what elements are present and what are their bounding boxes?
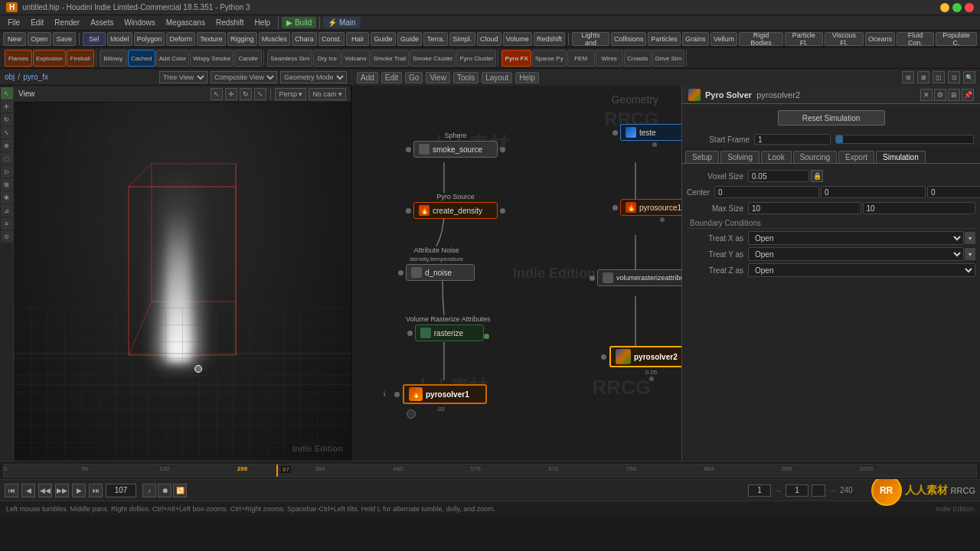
vp-tb-rot[interactable]: ↻ xyxy=(240,88,252,100)
frame-slider-mini[interactable] xyxy=(812,484,825,497)
menu-windows[interactable]: Windows xyxy=(119,17,160,28)
add-color-button[interactable]: Add Color xyxy=(156,50,190,67)
vp-tb-select[interactable]: ↖ xyxy=(211,88,223,100)
node-canvas[interactable]: 人人素材 RRCG 人人素材 RRCG Indie Edition Geomet… xyxy=(352,86,980,461)
drive-sim-button[interactable]: Drive Sim xyxy=(652,50,685,67)
ne-zoom-btn[interactable]: 🔍 xyxy=(963,71,975,83)
billowy-smoke-button[interactable]: BillowySmoke xyxy=(100,50,127,67)
timeline-track[interactable]: 0 96 192 288 384 480 576 672 768 864 960… xyxy=(3,464,977,478)
props-close-btn[interactable]: ✕ xyxy=(920,89,933,101)
obj-link[interactable]: obj xyxy=(5,73,15,81)
ne-icon-btn2[interactable]: ⊠ xyxy=(917,71,929,83)
ne-layout-btn[interactable]: Layout xyxy=(482,72,512,83)
open-button[interactable]: Open xyxy=(28,32,51,46)
node-box-create-density[interactable]: 🔥 create_density xyxy=(413,202,498,219)
node-box-teste[interactable]: teste xyxy=(620,124,689,141)
ne-tools-btn[interactable]: Tools xyxy=(453,72,479,83)
maximize-button[interactable] xyxy=(952,3,962,12)
pyro-fx-button[interactable]: Pyro FX xyxy=(501,50,531,67)
volcano-button[interactable]: Volcano xyxy=(341,50,369,67)
node-smoke-source[interactable]: Sphere smoke_source xyxy=(406,132,505,158)
node-box-rasterize[interactable]: rasterize xyxy=(415,324,484,341)
candle-button[interactable]: Candle xyxy=(234,50,262,67)
props-pin-btn[interactable]: 📌 xyxy=(962,89,974,101)
select-button[interactable]: Sel xyxy=(83,32,106,46)
particles-button[interactable]: Particles xyxy=(648,32,680,46)
deform-button[interactable]: Deform xyxy=(166,32,195,46)
menu-edit[interactable]: Edit xyxy=(26,17,48,28)
vp-tb-camera[interactable]: Persp ▾ xyxy=(275,88,306,100)
ne-icon-btn4[interactable]: ⊡ xyxy=(948,71,960,83)
guide2-button[interactable]: Guide xyxy=(397,32,423,46)
const-button[interactable]: Const. xyxy=(318,32,345,46)
tab-look[interactable]: Look xyxy=(761,151,792,163)
menu-build[interactable]: ▶ Build xyxy=(282,17,316,28)
rigging-button[interactable]: Rigging xyxy=(227,32,257,46)
explosion-button[interactable]: Explosion xyxy=(33,50,66,67)
skip-start-btn[interactable]: ⏮ xyxy=(5,484,18,497)
particlefl-button[interactable]: Particle Fl. xyxy=(785,32,823,46)
viewport-canvas[interactable]: 人人素材 RRCG 人人素材 xyxy=(14,103,351,461)
menu-render[interactable]: Render xyxy=(50,17,84,28)
tab-setup[interactable]: Setup xyxy=(685,151,719,163)
guide-button[interactable]: Guide xyxy=(371,32,396,46)
side-scale-btn[interactable]: ⤡ xyxy=(1,126,13,139)
simpl-button[interactable]: Simpl. xyxy=(449,32,475,46)
node-box-pyrosolver1[interactable]: 🔥 pyrosolver1 xyxy=(403,384,487,404)
menu-help[interactable]: Help xyxy=(250,17,276,28)
ne-icon-btn1[interactable]: ⊞ xyxy=(902,71,914,83)
view-mode-select[interactable]: Tree View xyxy=(159,71,207,83)
redshift-button[interactable]: Redshift xyxy=(534,32,565,46)
play-fwd-btn[interactable]: ▶▶ xyxy=(55,484,69,497)
hair-button[interactable]: Hair xyxy=(346,32,369,46)
chara-button[interactable]: Chara xyxy=(292,32,317,46)
side-move-btn[interactable]: ✛ xyxy=(1,100,13,112)
flames-button[interactable]: Flames xyxy=(5,50,32,67)
props-settings-btn[interactable]: ⚙ xyxy=(934,89,946,101)
side-btn6[interactable]: ▷ xyxy=(1,165,13,178)
center-y-input[interactable] xyxy=(821,186,926,198)
fem-button[interactable]: FEM xyxy=(567,50,595,67)
side-rotate-btn[interactable]: ↻ xyxy=(1,113,13,126)
side-btn9[interactable]: ⊿ xyxy=(1,204,13,217)
tab-sourcing[interactable]: Sourcing xyxy=(793,151,837,163)
tab-solving[interactable]: Solving xyxy=(720,151,760,163)
pyro-fx-link[interactable]: pyro_fx xyxy=(23,73,48,81)
node-create-density[interactable]: Pyro Source 🔥 create_density xyxy=(406,193,505,219)
start-frame-input[interactable]: 1 xyxy=(754,134,831,145)
sparse-py-button[interactable]: Sparse Py xyxy=(532,50,567,67)
start-frame-ctrl[interactable] xyxy=(748,484,771,497)
smoke-cluster-button[interactable]: Smoke Cluster xyxy=(410,50,456,67)
next-frame-btn[interactable]: ▶ xyxy=(72,484,86,497)
rigidbodies-button[interactable]: Rigid Bodies xyxy=(739,32,783,46)
new-button[interactable]: New xyxy=(3,32,26,46)
ne-edit-btn[interactable]: Edit xyxy=(381,72,402,83)
treat-z-select[interactable]: Open xyxy=(748,263,975,277)
fireball-button[interactable]: Fireball xyxy=(67,50,94,67)
ne-icon-btn3[interactable]: ◫ xyxy=(933,71,945,83)
node-d-noise[interactable]: Attribute Noise density,temperature d_no… xyxy=(398,246,475,281)
vp-tb-nocam[interactable]: No cam ▾ xyxy=(309,88,346,100)
audio-btn[interactable]: ♪ xyxy=(142,484,156,497)
crowds-button[interactable]: Crowds xyxy=(624,50,652,67)
vp-tb-scale[interactable]: ⤡ xyxy=(254,88,266,100)
wires-button[interactable]: Wires xyxy=(596,50,623,67)
side-select-btn[interactable]: ↖ xyxy=(1,87,13,99)
wispy-smoke-button[interactable]: Wispy Smoke xyxy=(190,50,234,67)
menu-file[interactable]: File xyxy=(3,17,24,28)
ne-view-btn[interactable]: View xyxy=(426,72,450,83)
node-box-d-noise[interactable]: d_noise xyxy=(406,264,475,281)
start-frame-slider-track[interactable] xyxy=(835,135,974,144)
dry-ice-button[interactable]: Dry Ice xyxy=(313,50,341,67)
side-btn10[interactable]: ≡ xyxy=(1,217,13,230)
menu-assets[interactable]: Assets xyxy=(86,17,118,28)
close-button[interactable] xyxy=(965,3,974,12)
node-rasterize[interactable]: Volume Rasterize Attributes rasterize xyxy=(406,315,491,341)
treat-x-select[interactable]: Open Closed Periodic xyxy=(748,231,964,245)
side-xform-btn[interactable]: ⊕ xyxy=(1,139,13,152)
reset-simulation-button[interactable]: Reset Simulation xyxy=(778,110,885,126)
cloud-button[interactable]: Cloud xyxy=(477,32,501,46)
muscles-button[interactable]: Muscles xyxy=(259,32,290,46)
max-size-input2[interactable] xyxy=(863,202,976,214)
side-btn11[interactable]: ⊙ xyxy=(1,230,13,243)
